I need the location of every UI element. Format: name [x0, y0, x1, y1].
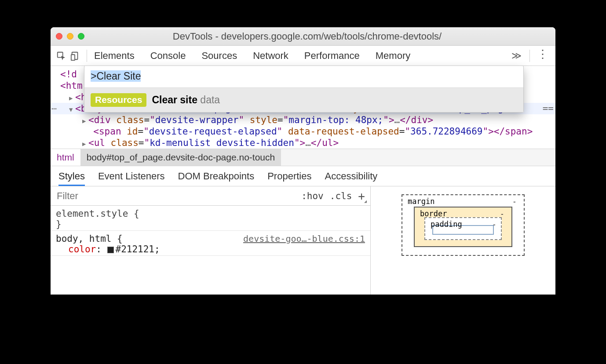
main-toolbar: Elements Console Sources Network Perform… [51, 46, 555, 66]
dom-node[interactable]: ▶<div class="devsite-wrapper" style="mar… [51, 114, 555, 126]
command-category-badge: Resources [91, 93, 146, 107]
hov-toggle[interactable]: :hov [301, 191, 324, 201]
bm-margin-label: margin [408, 197, 434, 206]
breadcrumb-item[interactable]: html [51, 149, 80, 166]
command-name: Clear site data [152, 94, 220, 106]
panel-tabs: Elements Console Sources Network Perform… [91, 50, 508, 62]
css-source-link[interactable]: devsite-goo…-blue.css:1 [243, 233, 365, 244]
subtab-styles[interactable]: Styles [58, 171, 85, 186]
command-menu-result[interactable]: Resources Clear site data [84, 88, 523, 112]
close-window-button[interactable] [56, 33, 62, 40]
tab-performance[interactable]: Performance [304, 50, 360, 62]
more-tabs-icon[interactable]: ≫ [508, 50, 525, 62]
subtab-event-listeners[interactable]: Event Listeners [98, 171, 165, 186]
css-rule-element-style[interactable]: element.style { } [51, 206, 370, 231]
css-prop-value[interactable]: #212121 [116, 244, 155, 255]
traffic-lights [56, 33, 84, 40]
settings-menu-icon[interactable]: ⋮ [534, 47, 552, 64]
dom-node[interactable]: <span id="devsite-request-elapsed" data-… [51, 126, 555, 137]
zoom-window-button[interactable] [78, 33, 84, 40]
css-prop-name[interactable]: color [68, 244, 96, 255]
svg-rect-2 [71, 55, 75, 60]
toolbar-separator [87, 50, 87, 62]
subtab-properties[interactable]: Properties [267, 171, 311, 186]
box-model[interactable]: margin - border - padding - [402, 194, 555, 256]
command-menu-input[interactable]: >Clear Site [84, 66, 523, 88]
toolbar-separator [529, 50, 530, 62]
computed-box-model: margin - border - padding - [371, 186, 555, 295]
styles-rules: :hov .cls +◢ element.style { } devsite-g… [51, 186, 371, 295]
device-toolbar-icon[interactable] [68, 51, 82, 61]
subtab-dom-breakpoints[interactable]: DOM Breakpoints [178, 171, 255, 186]
new-rule-button[interactable]: +◢ [358, 189, 365, 203]
minimize-window-button[interactable] [67, 33, 73, 40]
sidebar-tabs: Styles Event Listeners DOM Breakpoints P… [51, 166, 555, 186]
tab-elements[interactable]: Elements [94, 50, 135, 62]
window-title: DevTools - developers.google.com/web/too… [91, 31, 550, 42]
bm-padding-label: padding [431, 220, 462, 229]
styles-filter-input[interactable] [51, 190, 301, 202]
bm-border-top[interactable]: - [500, 209, 504, 218]
bm-margin-top[interactable]: - [512, 197, 517, 206]
tab-console[interactable]: Console [150, 50, 186, 62]
bm-padding-top[interactable]: - [492, 220, 496, 229]
css-rule-body-html[interactable]: devsite-goo…-blue.css:1 body, html { col… [51, 231, 370, 256]
styles-panel: :hov .cls +◢ element.style { } devsite-g… [51, 186, 555, 295]
bm-border-label: border [420, 209, 447, 218]
breadcrumb: html body#top_of_page.devsite-doc-page.n… [51, 149, 555, 166]
breadcrumb-item-active[interactable]: body#top_of_page.devsite-doc-page.no-tou… [80, 149, 281, 166]
subtab-accessibility[interactable]: Accessibility [325, 171, 377, 186]
styles-filter-row: :hov .cls +◢ [51, 186, 370, 206]
dom-node[interactable]: ▶<ul class="kd-menulist devsite-hidden">… [51, 137, 555, 149]
tab-network[interactable]: Network [253, 50, 288, 62]
titlebar: DevTools - developers.google.com/web/too… [51, 27, 555, 46]
devtools-window: DevTools - developers.google.com/web/too… [51, 27, 555, 295]
color-swatch-icon[interactable] [107, 247, 114, 253]
inspect-element-icon[interactable] [54, 51, 68, 61]
cls-toggle[interactable]: .cls [330, 191, 352, 201]
tab-memory[interactable]: Memory [376, 50, 410, 62]
command-menu: >Clear Site Resources Clear site data [84, 66, 524, 113]
tab-sources[interactable]: Sources [201, 50, 237, 62]
